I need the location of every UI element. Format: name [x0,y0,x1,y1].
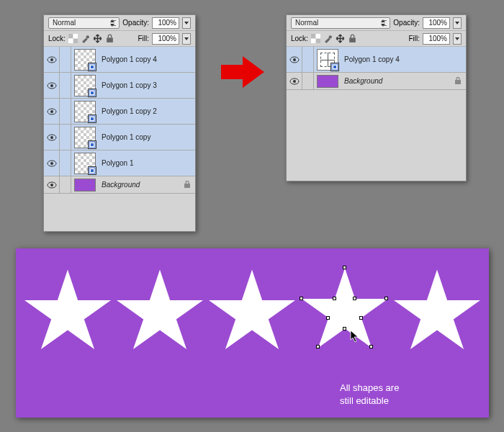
lock-paint-icon[interactable] [81,34,90,43]
background-layer-row[interactable]: Background [44,176,195,194]
layer-name[interactable]: Background [341,77,450,85]
fill-dropdown[interactable] [182,33,191,45]
svg-point-4 [86,35,89,38]
link-cell [60,47,71,72]
caption-line1: All shapes are [340,382,399,395]
visibility-toggle[interactable] [44,125,60,150]
blend-mode-value: Normal [53,19,76,27]
layer-name[interactable]: Polygon 1 copy 4 [341,55,466,63]
layers-panel-before: Normal Opacity: 100% Lock: Fill: 100% Po… [43,14,196,232]
layer-thumbnail[interactable] [317,75,338,88]
layer-row[interactable]: Polygon 1 copy 4 [44,47,195,73]
svg-rect-21 [91,143,94,146]
star-shape[interactable] [394,269,480,352]
layer-thumbnail[interactable] [74,127,96,148]
svg-rect-34 [349,37,356,42]
star-shape-selected[interactable] [302,268,388,354]
layer-thumbnail[interactable] [74,179,96,192]
layer-row[interactable]: Polygon 1 copy 2 [44,99,195,125]
vector-mask-badge [88,89,96,97]
svg-rect-5 [107,37,113,42]
svg-rect-30 [315,39,320,44]
visibility-toggle[interactable] [44,99,60,124]
layer-name[interactable]: Polygon 1 copy 2 [99,107,195,115]
layer-row[interactable]: Polygon 1 copy [44,125,195,150]
anchor-point[interactable] [300,297,303,300]
blend-mode-select[interactable]: Normal [48,17,120,29]
link-cell [60,150,71,176]
lock-all-icon[interactable] [105,34,114,43]
star-shape[interactable] [24,269,111,352]
layer-row[interactable]: Polygon 1 copy 4 [287,47,466,73]
vector-mask-badge [88,114,96,123]
opacity-input[interactable]: 100% [152,17,179,29]
anchor-point[interactable] [333,297,336,300]
lock-transparency-icon[interactable] [311,34,320,43]
anchor-point[interactable] [369,345,373,348]
anchor-point[interactable] [343,327,346,330]
layer-thumbnail[interactable] [74,49,96,71]
opacity-dropdown[interactable] [453,17,462,29]
lock-label: Lock: [48,35,66,42]
link-cell [60,176,71,193]
anchor-point[interactable] [326,316,330,320]
lock-move-icon[interactable] [336,34,345,43]
layer-thumbnail[interactable] [74,101,96,122]
anchor-point[interactable] [353,297,356,300]
layer-thumbnail[interactable] [74,75,96,96]
svg-point-23 [50,162,53,165]
layer-name[interactable]: Polygon 1 [99,159,195,167]
visibility-toggle[interactable] [44,73,60,98]
svg-point-33 [328,35,331,38]
blend-mode-select[interactable]: Normal [291,17,390,29]
visibility-toggle[interactable] [44,150,60,176]
fill-label: Fill: [408,35,420,42]
layer-row[interactable]: Polygon 1 [44,150,195,176]
svg-rect-9 [91,66,94,68]
fill-input[interactable]: 100% [423,33,450,45]
link-cell [60,99,71,124]
blend-opacity-row: Normal Opacity: 100% [44,15,195,31]
star-shape[interactable] [209,269,295,352]
svg-rect-31 [315,34,320,39]
opacity-dropdown[interactable] [182,17,191,29]
lock-paint-icon[interactable] [323,34,333,43]
anchor-point[interactable] [359,316,363,320]
layer-thumbnail[interactable] [317,49,338,71]
opacity-input[interactable]: 100% [423,17,450,29]
background-layer-row[interactable]: Background [287,73,466,90]
opacity-label: Opacity: [122,19,149,27]
anchor-point[interactable] [384,297,388,300]
fill-input[interactable]: 100% [152,33,179,45]
anchor-point[interactable] [316,345,320,348]
blend-mode-value: Normal [295,19,318,27]
vector-mask-badge [88,140,96,149]
visibility-toggle[interactable] [44,47,60,72]
visibility-toggle[interactable] [44,176,60,193]
svg-point-40 [293,80,296,83]
lock-fill-row: Lock: Fill: 100% [287,31,466,47]
visibility-toggle[interactable] [287,47,302,72]
layer-name[interactable]: Polygon 1 copy 4 [99,55,195,63]
lock-icon [179,181,195,189]
layer-name[interactable]: Background [99,181,179,189]
svg-rect-41 [455,80,461,84]
lock-move-icon[interactable] [93,34,102,43]
layer-row[interactable]: Polygon 1 copy 3 [44,73,195,99]
star-shape[interactable] [117,269,203,352]
lock-transparency-icon[interactable] [68,34,78,43]
vector-mask-badge [88,166,96,175]
svg-rect-0 [68,34,73,39]
layer-thumbnail[interactable] [74,153,96,174]
svg-rect-2 [73,34,78,39]
layer-name[interactable]: Polygon 1 copy 3 [99,81,195,89]
lock-all-icon[interactable] [348,34,357,43]
arrow-icon [217,54,268,90]
fill-dropdown[interactable] [453,33,462,45]
link-cell [302,73,314,89]
layer-name[interactable]: Polygon 1 copy [99,133,195,141]
anchor-point[interactable] [343,266,346,269]
visibility-toggle[interactable] [287,73,302,89]
lock-fill-row: Lock: Fill: 100% [44,31,195,47]
opacity-label: Opacity: [393,19,420,27]
